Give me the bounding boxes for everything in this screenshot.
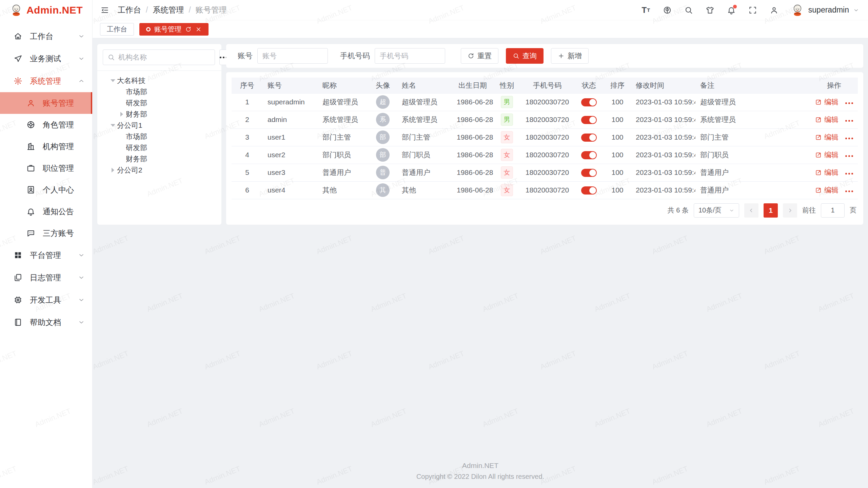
status-toggle[interactable] [581, 151, 597, 159]
tree-node[interactable]: 市场部 [103, 86, 216, 97]
theme-icon[interactable] [705, 5, 715, 15]
gear-icon [14, 77, 22, 85]
row-more-button[interactable] [845, 155, 853, 157]
row-more-button[interactable] [845, 120, 853, 122]
sidebar-item[interactable]: 帮助文档 [0, 311, 92, 333]
sidebar-subitem[interactable]: 个人中心 [0, 179, 92, 201]
person-icon[interactable] [769, 5, 779, 15]
chevron-down-icon [78, 297, 85, 303]
sidebar-subitem[interactable]: 机构管理 [0, 136, 92, 157]
cell-remark: 部门职员 [695, 146, 810, 164]
sidebar-item[interactable]: 开发工具 [0, 289, 92, 311]
tree-node[interactable]: 大名科技 [103, 75, 216, 86]
caret-right-icon[interactable] [118, 110, 126, 118]
cell-status [574, 181, 604, 199]
edit-button[interactable]: 编辑 [815, 97, 839, 107]
row-more-button[interactable] [845, 190, 853, 192]
edit-button[interactable]: 编辑 [815, 168, 839, 177]
column-header: 操作 [810, 78, 858, 93]
cell-name: 其他 [397, 181, 452, 199]
logo[interactable]: Admin.NET [0, 0, 92, 20]
sidebar-item[interactable]: 业务测试 [0, 47, 92, 70]
account-input[interactable] [257, 48, 328, 64]
close-icon[interactable] [195, 26, 202, 33]
gender-badge: 女 [501, 184, 513, 196]
total-count: 共 6 条 [668, 206, 689, 215]
sidebar-subitem[interactable]: 通知公告 [0, 201, 92, 222]
status-toggle[interactable] [581, 134, 597, 142]
row-more-button[interactable] [845, 138, 853, 139]
phone-input[interactable] [375, 48, 445, 64]
cell-gender: 女 [493, 146, 520, 164]
tree-node[interactable]: 研发部 [103, 97, 216, 108]
gender-badge: 女 [501, 166, 513, 179]
sidebar-subitem[interactable]: 账号管理 [0, 92, 92, 114]
cell-status [574, 128, 604, 146]
goto-page-input[interactable] [821, 203, 845, 218]
menu-fold-icon[interactable] [100, 5, 110, 15]
main-area: 工作台/系统管理/账号管理 TT superadmin 工作台账号管理 [93, 0, 868, 488]
column-header: 修改时间 [631, 78, 695, 93]
row-more-button[interactable] [845, 173, 853, 175]
refresh-icon[interactable] [185, 26, 192, 33]
page-number-button[interactable]: 1 [764, 203, 778, 218]
edit-button[interactable]: 编辑 [815, 115, 839, 124]
tree-node[interactable]: 分公司2 [103, 164, 216, 176]
breadcrumb-item[interactable]: 系统管理 [153, 5, 184, 15]
row-avatar: 部 [376, 148, 390, 162]
cell-sort: 100 [604, 164, 631, 181]
cell-gender: 女 [493, 128, 520, 146]
fullscreen-icon[interactable] [748, 5, 757, 15]
org-search-field[interactable] [103, 49, 215, 65]
org-search-input[interactable] [118, 53, 210, 61]
sidebar-subitem[interactable]: 职位管理 [0, 157, 92, 179]
prev-page-button[interactable] [744, 203, 758, 218]
next-page-button[interactable] [783, 203, 797, 218]
account-label: 账号 [238, 51, 253, 61]
bell-icon [26, 207, 35, 216]
font-size-icon[interactable]: TT [641, 5, 651, 15]
edit-button[interactable]: 编辑 [815, 150, 839, 160]
add-button[interactable]: 新增 [551, 48, 589, 64]
caret-right-icon[interactable] [109, 166, 117, 174]
sidebar-subitem[interactable]: 角色管理 [0, 114, 92, 136]
edit-button[interactable]: 编辑 [815, 133, 839, 142]
cell-sort: 100 [604, 93, 631, 111]
row-avatar: 超 [376, 95, 390, 109]
users-table: 序号账号昵称头像姓名出生日期性别手机号码状态排序修改时间备注操作1superad… [232, 78, 858, 199]
reset-button[interactable]: 重置 [461, 48, 498, 64]
sidebar-item[interactable]: 工作台 [0, 25, 92, 47]
sidebar-item[interactable]: 平台管理 [0, 244, 92, 266]
page-size-select[interactable]: 10条/页 [694, 203, 739, 218]
status-toggle[interactable] [581, 186, 597, 195]
notification-bell-icon[interactable] [727, 5, 736, 15]
status-toggle[interactable] [581, 98, 597, 106]
cell-account: user4 [263, 181, 318, 199]
tab[interactable]: 账号管理 [139, 23, 209, 36]
tree-node[interactable]: 市场部 [103, 131, 216, 142]
tree-node[interactable]: 财务部 [103, 153, 216, 164]
tree-node[interactable]: 财务部 [103, 108, 216, 120]
cell-sort: 100 [604, 146, 631, 164]
sidebar-item[interactable]: 系统管理 [0, 70, 92, 92]
active-tab-dot-icon [146, 27, 151, 32]
query-button[interactable]: 查询 [506, 48, 544, 64]
breadcrumb-item[interactable]: 工作台 [118, 5, 141, 15]
breadcrumb: 工作台/系统管理/账号管理 [118, 5, 227, 15]
cell-avatar: 超 [369, 93, 397, 111]
caret-down-icon[interactable] [109, 121, 117, 129]
status-toggle[interactable] [581, 169, 597, 177]
tree-node[interactable]: 分公司1 [103, 120, 216, 131]
search-icon[interactable] [684, 5, 693, 15]
edit-button[interactable]: 编辑 [815, 185, 839, 195]
language-icon[interactable] [663, 5, 672, 15]
caret-down-icon[interactable] [109, 77, 117, 85]
footer: Admin.NET Copyright © 2022 Dilon All rig… [93, 462, 868, 481]
user-menu[interactable]: superadmin [791, 3, 859, 17]
row-more-button[interactable] [845, 102, 853, 104]
status-toggle[interactable] [581, 116, 597, 124]
tree-node[interactable]: 研发部 [103, 142, 216, 153]
sidebar-subitem[interactable]: 三方账号 [0, 222, 92, 244]
sidebar-item[interactable]: 日志管理 [0, 266, 92, 289]
tab[interactable]: 工作台 [100, 23, 134, 36]
